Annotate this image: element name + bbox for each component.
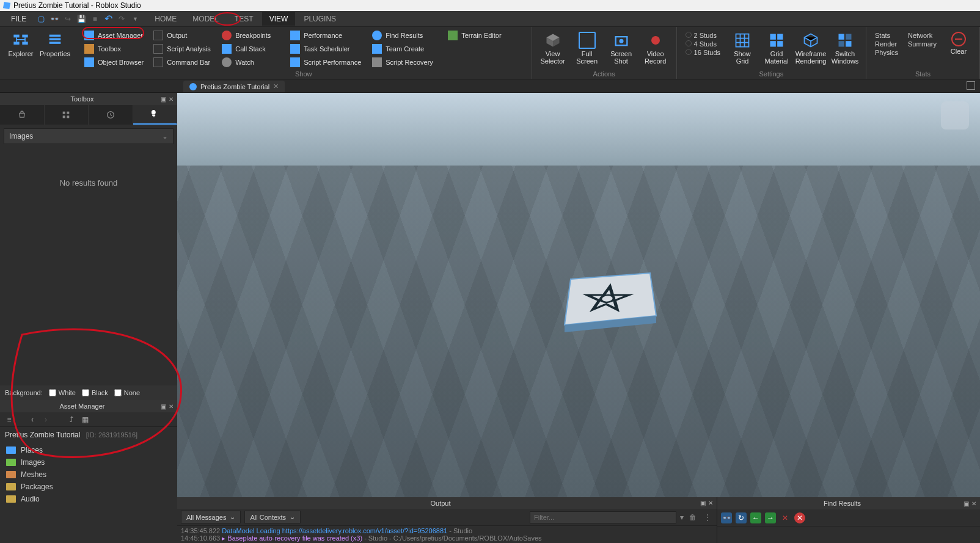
- find-results-button[interactable]: Find Results: [368, 29, 442, 42]
- terrain-editor-button[interactable]: Terrain Editor: [444, 29, 511, 42]
- asset-folder[interactable]: Images: [4, 456, 174, 468]
- stats-button[interactable]: Stats: [875, 32, 898, 39]
- close-tab-icon[interactable]: ✕: [273, 82, 279, 90]
- svg-rect-25: [63, 115, 65, 118]
- more-icon[interactable]: ⋮: [702, 512, 713, 523]
- svg-rect-7: [49, 42, 61, 44]
- wireframe-button[interactable]: Wireframe Rendering: [795, 29, 827, 69]
- toolbox-close-icon[interactable]: ✕: [169, 96, 174, 103]
- baseplate-object[interactable]: [546, 255, 668, 340]
- tab-view[interactable]: VIEW: [262, 12, 296, 26]
- trash-icon[interactable]: 🗑: [687, 512, 698, 523]
- output-contexts-dropdown[interactable]: All Contexts⌄: [244, 511, 301, 523]
- stop-find-icon[interactable]: ✕: [794, 512, 805, 523]
- new-icon[interactable]: ▢: [36, 14, 46, 24]
- toolbox-undock-icon[interactable]: ▣: [161, 96, 166, 103]
- physics-button[interactable]: Physics: [875, 49, 898, 56]
- asset-manager-close-icon[interactable]: ✕: [169, 403, 174, 410]
- output-messages-dropdown[interactable]: All Messages⌄: [181, 511, 241, 523]
- maximize-viewport-icon[interactable]: [967, 81, 975, 90]
- find-results-toolbar: 👓 ↻ ← → ✕ ✕: [717, 509, 980, 527]
- toolbox-tab-inventory[interactable]: [45, 105, 89, 125]
- toolbox-category-dropdown[interactable]: Images ⌄: [4, 128, 174, 144]
- output-filter-input[interactable]: [530, 511, 676, 523]
- orientation-compass[interactable]: [941, 101, 969, 129]
- call-stack-button[interactable]: Call Stack: [218, 43, 284, 55]
- output-button[interactable]: Output: [150, 29, 216, 42]
- binoculars-icon[interactable]: 👓: [49, 14, 59, 24]
- output-line: 14:45:10.663 ▸ Baseplate auto-recovery f…: [181, 534, 713, 542]
- render-button[interactable]: Render: [875, 40, 898, 48]
- bg-none-checkbox[interactable]: None: [114, 389, 140, 396]
- qat-dropdown-icon[interactable]: ▼: [130, 14, 140, 24]
- redo-small-icon[interactable]: ↪: [63, 14, 73, 24]
- asset-folder[interactable]: Places: [4, 444, 174, 456]
- undo-icon[interactable]: ↶: [103, 14, 113, 24]
- toolbox-tab-creations[interactable]: [133, 105, 178, 125]
- breakpoints-button[interactable]: Breakpoints: [218, 29, 284, 42]
- tab-test[interactable]: TEST: [227, 12, 261, 26]
- chevron-down-icon: ⌄: [230, 513, 235, 521]
- object-browser-button[interactable]: Object Browser: [81, 56, 147, 68]
- task-scheduler-button[interactable]: Task Scheduler: [287, 43, 366, 55]
- script-recovery-button[interactable]: Script Recovery: [368, 56, 442, 68]
- prev-result-icon[interactable]: ←: [750, 512, 761, 523]
- network-button[interactable]: Network: [908, 32, 937, 39]
- find-close-icon[interactable]: ✕: [971, 500, 976, 507]
- next-result-icon[interactable]: →: [765, 512, 776, 523]
- asset-folder[interactable]: Meshes: [4, 468, 174, 481]
- script-performance-button[interactable]: Script Performance: [287, 56, 366, 68]
- studs-16-radio[interactable]: 16 Studs: [686, 49, 720, 56]
- screen-shot-button[interactable]: Screen Shot: [605, 29, 637, 69]
- redo-icon[interactable]: ↷: [117, 14, 126, 24]
- team-create-button[interactable]: Team Create: [368, 43, 442, 55]
- nav-back-icon[interactable]: ‹: [28, 415, 37, 424]
- script-analysis-button[interactable]: Script Analysis: [150, 43, 216, 55]
- bg-black-checkbox[interactable]: Black: [82, 389, 108, 396]
- hamburger-icon[interactable]: ≡: [5, 415, 13, 424]
- binoculars-icon[interactable]: 👓: [721, 512, 732, 523]
- tab-home[interactable]: HOME: [147, 12, 184, 26]
- command-bar-button[interactable]: Command Bar: [150, 56, 216, 68]
- output-close-icon[interactable]: ✕: [708, 500, 713, 506]
- svg-rect-23: [63, 112, 65, 114]
- clear-result-icon[interactable]: ✕: [780, 512, 791, 523]
- show-grid-button[interactable]: Show Grid: [726, 29, 758, 69]
- toolbox-tab-marketplace[interactable]: [0, 105, 45, 125]
- asset-manager-undock-icon[interactable]: ▣: [161, 403, 166, 410]
- video-record-button[interactable]: Video Record: [640, 29, 671, 69]
- grid-view-icon[interactable]: ▦: [81, 415, 89, 424]
- document-tab[interactable]: Pretius Zombie Tutorial ✕: [183, 81, 285, 92]
- grid-material-button[interactable]: Grid Material: [761, 29, 792, 69]
- view-selector-button[interactable]: View Selector: [537, 29, 569, 69]
- file-menu[interactable]: FILE: [5, 12, 32, 26]
- stop-icon[interactable]: ■: [90, 14, 100, 24]
- full-screen-button[interactable]: Full Screen: [571, 29, 603, 69]
- output-undock-icon[interactable]: ▣: [700, 500, 706, 506]
- asset-manager-button[interactable]: Asset Manager: [81, 29, 147, 42]
- asset-manager-toolbar: ≡ ‹ › ⤴ ▦: [0, 412, 177, 427]
- asset-folder[interactable]: Packages: [4, 481, 174, 493]
- refresh-icon[interactable]: ↻: [736, 512, 747, 523]
- asset-folder[interactable]: Audio: [4, 493, 174, 505]
- studs-2-radio[interactable]: 2 Studs: [686, 32, 720, 39]
- studs-4-radio[interactable]: 4 Studs: [686, 40, 720, 48]
- summary-button[interactable]: Summary: [908, 40, 937, 48]
- properties-button[interactable]: Properties: [39, 29, 71, 78]
- clear-button[interactable]: Clear: [943, 29, 975, 69]
- tab-model[interactable]: MODEL: [185, 12, 226, 26]
- watch-button[interactable]: Watch: [218, 56, 284, 68]
- toolbox-tab-recent[interactable]: [89, 105, 133, 125]
- viewport-3d[interactable]: [177, 93, 980, 497]
- performance-button[interactable]: Performance: [287, 29, 366, 42]
- tab-plugins[interactable]: PLUGINS: [296, 12, 343, 26]
- nav-forward-icon[interactable]: ›: [42, 415, 50, 424]
- save-icon[interactable]: 💾: [76, 14, 86, 24]
- switch-windows-button[interactable]: Switch Windows: [829, 29, 861, 69]
- toolbox-button[interactable]: Toolbox: [81, 43, 147, 55]
- chevron-down-icon[interactable]: ▾: [680, 513, 684, 522]
- find-undock-icon[interactable]: ▣: [964, 500, 969, 507]
- explorer-button[interactable]: Explorer: [5, 29, 37, 78]
- upload-icon[interactable]: ⤴: [67, 415, 76, 424]
- bg-white-checkbox[interactable]: White: [49, 389, 76, 396]
